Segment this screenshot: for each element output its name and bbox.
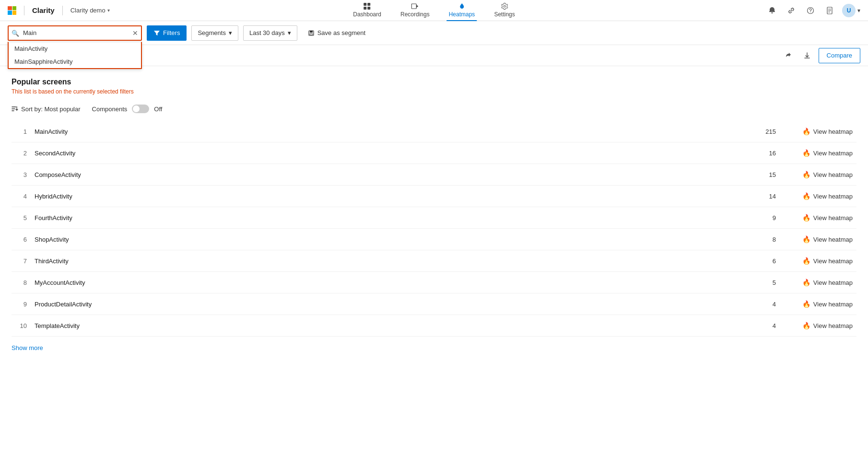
components-label: Components <box>92 105 128 113</box>
components-control: Components Off <box>92 105 163 113</box>
screen-name-cell: TemplateActivity <box>31 315 741 337</box>
project-name: Clarity demo <box>70 7 106 14</box>
count-cell: 5 <box>741 272 780 293</box>
table-row: 8 MyAccountActivity 5 🔥 View heatmap <box>12 272 856 293</box>
count-cell: 14 <box>741 186 780 207</box>
search-wrapper: 🔍 ✕ MainActivity MainSapphireActivity <box>8 25 142 41</box>
download-button[interactable] <box>799 48 815 63</box>
svg-point-6 <box>504 5 505 7</box>
brand-name: Clarity <box>32 6 55 14</box>
view-heatmap-label: View heatmap <box>813 150 853 157</box>
nav-item-heatmaps[interactable]: Heatmaps <box>447 0 477 21</box>
view-heatmap-button[interactable]: 🔥 View heatmap <box>802 214 853 222</box>
svg-rect-3 <box>368 7 371 10</box>
nav-label-heatmaps: Heatmaps <box>449 11 475 18</box>
search-dropdown-item-2[interactable]: MainSapphireActivity <box>9 55 141 68</box>
action-cell: 🔥 View heatmap <box>780 272 856 293</box>
topnav-left: Clarity Clarity demo ▾ <box>8 6 110 15</box>
view-heatmap-button[interactable]: 🔥 View heatmap <box>802 279 853 286</box>
count-cell: 15 <box>741 164 780 186</box>
rank-cell: 4 <box>12 186 31 207</box>
search-input[interactable] <box>8 25 142 41</box>
count-cell: 16 <box>741 142 780 164</box>
view-heatmap-label: View heatmap <box>813 171 853 178</box>
dashboard-icon <box>364 2 371 10</box>
sort-label: Sort by: Most popular <box>21 105 81 113</box>
date-range-chevron-icon: ▾ <box>288 29 291 36</box>
search-dropdown-item-1[interactable]: MainActivity <box>9 42 141 55</box>
heatmap-drop-icon: 🔥 <box>802 214 810 222</box>
account-button[interactable]: U ▾ <box>842 4 860 17</box>
view-heatmap-button[interactable]: 🔥 View heatmap <box>802 128 853 135</box>
count-cell: 215 <box>741 121 780 142</box>
table-row: 5 FourthActivity 9 🔥 View heatmap <box>12 207 856 229</box>
table-row: 10 TemplateActivity 4 🔥 View heatmap <box>12 315 856 337</box>
sort-button[interactable]: Sort by: Most popular <box>12 105 81 113</box>
nav-item-recordings[interactable]: Recordings <box>399 0 432 21</box>
count-cell: 4 <box>741 293 780 315</box>
notifications-button[interactable] <box>765 4 779 17</box>
nav-item-dashboard[interactable]: Dashboard <box>351 0 383 21</box>
table-row: 2 SecondActivity 16 🔥 View heatmap <box>12 142 856 164</box>
screen-name-cell: ProductDetailActivity <box>31 293 741 315</box>
components-toggle[interactable] <box>132 105 149 113</box>
nav-divider2 <box>62 6 63 15</box>
view-heatmap-label: View heatmap <box>813 236 853 243</box>
share-link-button[interactable] <box>785 4 798 17</box>
segments-label: Segments <box>198 29 226 36</box>
heatmap-drop-icon: 🔥 <box>802 300 810 308</box>
avatar: U <box>842 4 856 17</box>
bell-icon <box>768 7 776 14</box>
nav-divider <box>24 6 24 15</box>
doc-button[interactable] <box>823 4 836 17</box>
help-button[interactable] <box>804 4 817 17</box>
save-segment-label: Save as segment <box>317 29 365 36</box>
table-row: 4 HybridActivity 14 🔥 View heatmap <box>12 186 856 207</box>
view-heatmap-button[interactable]: 🔥 View heatmap <box>802 300 853 308</box>
action-cell: 🔥 View heatmap <box>780 250 856 272</box>
svg-point-8 <box>810 12 810 12</box>
clear-search-button[interactable]: ✕ <box>132 29 138 37</box>
view-heatmap-button[interactable]: 🔥 View heatmap <box>802 235 853 243</box>
view-heatmap-button[interactable]: 🔥 View heatmap <box>802 322 853 329</box>
rank-cell: 8 <box>12 272 31 293</box>
count-cell: 4 <box>741 315 780 337</box>
table-row: 3 ComposeActivity 15 🔥 View heatmap <box>12 164 856 186</box>
segments-button[interactable]: Segments ▾ <box>191 25 238 41</box>
view-heatmap-button[interactable]: 🔥 View heatmap <box>802 192 853 200</box>
screen-name-cell: FourthActivity <box>31 207 741 229</box>
svg-rect-14 <box>310 31 313 33</box>
date-range-button[interactable]: Last 30 days ▾ <box>243 25 297 41</box>
date-range-label: Last 30 days <box>249 29 285 36</box>
heatmap-drop-icon: 🔥 <box>802 171 810 178</box>
view-heatmap-button[interactable]: 🔥 View heatmap <box>802 149 853 157</box>
screen-name-cell: MyAccountActivity <box>31 272 741 293</box>
microsoft-logo <box>8 6 16 15</box>
filters-button[interactable]: Filters <box>147 25 187 41</box>
show-more-link[interactable]: Show more <box>12 344 43 351</box>
project-selector[interactable]: Clarity demo ▾ <box>70 7 110 14</box>
share-button[interactable] <box>780 48 796 63</box>
svg-rect-0 <box>364 3 367 6</box>
view-heatmap-button[interactable]: 🔥 View heatmap <box>802 257 853 265</box>
view-heatmap-button[interactable]: 🔥 View heatmap <box>802 171 853 178</box>
nav-item-settings[interactable]: Settings <box>492 0 516 21</box>
svg-marker-5 <box>416 5 418 8</box>
screen-name-cell: MainActivity <box>31 121 741 142</box>
link-icon <box>787 7 795 14</box>
rank-cell: 1 <box>12 121 31 142</box>
view-heatmap-label: View heatmap <box>813 279 853 286</box>
svg-rect-4 <box>411 4 416 9</box>
heatmap-drop-icon: 🔥 <box>802 235 810 243</box>
segments-chevron-icon: ▾ <box>229 29 232 36</box>
recordings-icon <box>411 2 419 10</box>
compare-button[interactable]: Compare <box>819 48 860 63</box>
filters-label: Filters <box>163 29 180 36</box>
nav-label-settings: Settings <box>494 11 515 18</box>
rank-cell: 6 <box>12 229 31 250</box>
table-row: 9 ProductDetailActivity 4 🔥 View heatmap <box>12 293 856 315</box>
heatmap-drop-icon: 🔥 <box>802 128 810 135</box>
topnav-center: Dashboard Recordings Heatmaps Settings <box>351 0 516 21</box>
save-segment-button[interactable]: Save as segment <box>302 25 371 41</box>
action-cell: 🔥 View heatmap <box>780 121 856 142</box>
